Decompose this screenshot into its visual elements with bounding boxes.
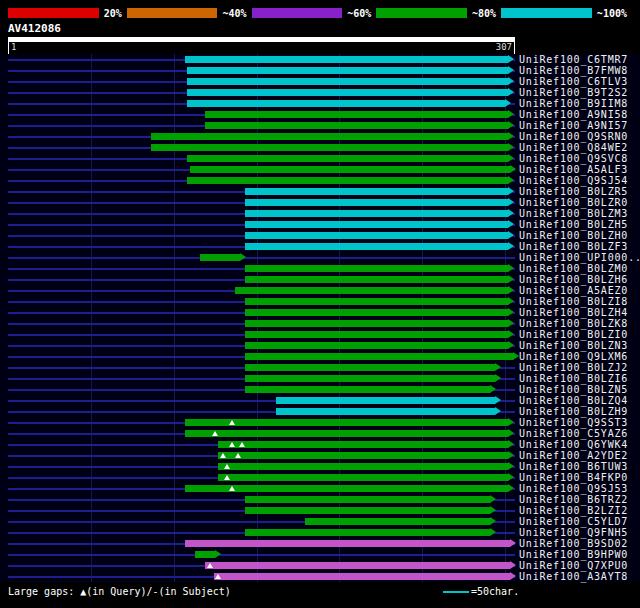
alignment-bar[interactable] bbox=[185, 540, 510, 547]
hit-label[interactable]: UniRef100_B0LZN5 bbox=[519, 384, 628, 395]
hit-label[interactable]: UniRef100_B0LZN3 bbox=[519, 340, 628, 351]
hit-label[interactable]: UniRef100_B0LZM0 bbox=[519, 263, 628, 274]
alignment-bar[interactable] bbox=[218, 463, 508, 470]
alignment-bar[interactable] bbox=[245, 331, 508, 338]
hit-label[interactable]: UniRef100_B6TRZ2 bbox=[519, 494, 628, 505]
alignment-bar[interactable] bbox=[187, 155, 508, 162]
hit-label[interactable]: UniRef100_B0LZH6 bbox=[519, 274, 628, 285]
arrowhead-icon bbox=[508, 77, 514, 85]
alignment-bar[interactable] bbox=[187, 89, 508, 96]
hit-label[interactable]: UniRef100_Q9SVC8 bbox=[519, 153, 628, 164]
hit-label[interactable]: UniRef100_A5AEZ0 bbox=[519, 285, 628, 296]
hit-label[interactable]: UniRef100_B9SD02 bbox=[519, 538, 628, 549]
hit-label[interactable]: UniRef100_B9T2S2 bbox=[519, 87, 628, 98]
alignment-bar[interactable] bbox=[205, 111, 508, 118]
hit-label[interactable]: UniRef100_Q84WE2 bbox=[519, 142, 628, 153]
alignment-bar[interactable] bbox=[235, 287, 508, 294]
alignment-bar[interactable] bbox=[245, 386, 490, 393]
hit-label[interactable]: UniRef100_B0LZR5 bbox=[519, 186, 628, 197]
hit-label[interactable]: UniRef100_B6TUW3 bbox=[519, 461, 628, 472]
alignment-bar[interactable] bbox=[245, 496, 490, 503]
hit-label[interactable]: UniRef100_B0LZI0 bbox=[519, 329, 628, 340]
alignment-bar[interactable] bbox=[187, 100, 505, 107]
hit-label[interactable]: UniRef100_C6TMR7 bbox=[519, 54, 628, 65]
alignment-bar[interactable] bbox=[218, 474, 508, 481]
arrowhead-icon bbox=[510, 572, 516, 580]
hit-label[interactable]: UniRef100_B0LZQ4 bbox=[519, 395, 628, 406]
alignment-bar[interactable] bbox=[187, 67, 508, 74]
hit-label[interactable]: UniRef100_Q9LXM6 bbox=[519, 351, 628, 362]
hit-label[interactable]: UniRef100_B0LZI8 bbox=[519, 296, 628, 307]
hit-label[interactable]: UniRef100_B0LZI6 bbox=[519, 373, 628, 384]
hit-label[interactable]: UniRef100_B9HPW0 bbox=[519, 549, 628, 560]
alignment-row: UniRef100_B6TRZ2 bbox=[0, 494, 640, 505]
hit-label[interactable]: UniRef100_Q9SRN0 bbox=[519, 131, 628, 142]
hit-label[interactable]: UniRef100_C5YAZ6 bbox=[519, 428, 628, 439]
hit-label[interactable]: UniRef100_Q9SJ53 bbox=[519, 483, 628, 494]
alignment-bar[interactable] bbox=[245, 199, 508, 206]
alignment-bar[interactable] bbox=[245, 232, 508, 239]
hit-label[interactable]: UniRef100_B0LZK8 bbox=[519, 318, 628, 329]
alignment-bar[interactable] bbox=[305, 518, 491, 525]
alignment-bar[interactable] bbox=[218, 441, 508, 448]
alignment-bar[interactable] bbox=[245, 276, 508, 283]
alignment-bar[interactable] bbox=[187, 78, 508, 85]
hit-label[interactable]: UniRef100_B0LZR0 bbox=[519, 197, 628, 208]
alignment-bar[interactable] bbox=[205, 122, 508, 129]
alignment-bar[interactable] bbox=[245, 375, 495, 382]
hit-label[interactable]: UniRef100_A9NI57 bbox=[519, 120, 628, 131]
hit-label[interactable]: UniRef100_B0LZH9 bbox=[519, 406, 628, 417]
alignment-bar[interactable] bbox=[245, 342, 508, 349]
alignment-bar[interactable] bbox=[245, 529, 490, 536]
hit-label[interactable]: UniRef100_Q9SJ54 bbox=[519, 175, 628, 186]
hit-label[interactable]: UniRef100_B9IIM8 bbox=[519, 98, 628, 109]
alignment-bar[interactable] bbox=[245, 243, 508, 250]
hit-label[interactable]: UniRef100_A2YDE2 bbox=[519, 450, 628, 461]
hit-label[interactable]: UniRef100_Q7XPU0 bbox=[519, 560, 628, 571]
alignment-bar[interactable] bbox=[245, 221, 508, 228]
hit-label[interactable]: UniRef100_A9NI58 bbox=[519, 109, 628, 120]
alignment-bar[interactable] bbox=[151, 144, 509, 151]
alignment-bar[interactable] bbox=[205, 562, 510, 569]
alignment-bar[interactable] bbox=[245, 353, 513, 360]
alignment-bar[interactable] bbox=[245, 364, 495, 371]
alignment-bar[interactable] bbox=[187, 177, 508, 184]
alignment-bar[interactable] bbox=[151, 133, 509, 140]
hit-label[interactable]: UniRef100_B0LZJ2 bbox=[519, 362, 628, 373]
alignment-bar[interactable] bbox=[245, 507, 490, 514]
alignment-bar[interactable] bbox=[195, 551, 215, 558]
hit-label[interactable]: UniRef100_B4FKP0 bbox=[519, 472, 628, 483]
hit-label[interactable]: UniRef100_C6TLV3 bbox=[519, 76, 628, 87]
hit-label[interactable]: UniRef100_C5YLD7 bbox=[519, 516, 628, 527]
hit-label[interactable]: UniRef100_B7FMW8 bbox=[519, 65, 628, 76]
hit-label[interactable]: UniRef100_Q9FNH5 bbox=[519, 527, 628, 538]
alignment-bar[interactable] bbox=[245, 309, 508, 316]
alignment-bar[interactable] bbox=[245, 298, 508, 305]
hit-label[interactable]: UniRef100_B0LZM3 bbox=[519, 208, 628, 219]
hit-label[interactable]: UniRef100_B0LZH5 bbox=[519, 219, 628, 230]
alignment-bar[interactable] bbox=[218, 452, 508, 459]
alignment-bar[interactable] bbox=[245, 210, 508, 217]
hit-label[interactable]: UniRef100_B0LZH4 bbox=[519, 307, 628, 318]
alignment-bar[interactable] bbox=[276, 408, 495, 415]
hit-label[interactable]: UniRef100_B0LZF3 bbox=[519, 241, 628, 252]
gap-marker-icon bbox=[212, 431, 218, 436]
hit-label[interactable]: UniRef100_Q6YWK4 bbox=[519, 439, 628, 450]
alignment-bar[interactable] bbox=[185, 430, 508, 437]
alignment-bar[interactable] bbox=[245, 320, 508, 327]
alignment-bar[interactable] bbox=[276, 397, 495, 404]
hit-label[interactable]: UniRef100_UPI000... bbox=[519, 252, 640, 263]
hit-label[interactable]: UniRef100_A3AYT8 bbox=[519, 571, 628, 582]
hit-label[interactable]: UniRef100_A5ALF3 bbox=[519, 164, 628, 175]
hit-label[interactable]: UniRef100_Q9SST3 bbox=[519, 417, 628, 428]
alignment-bar[interactable] bbox=[245, 265, 508, 272]
hit-label[interactable]: UniRef100_B2LZI2 bbox=[519, 505, 628, 516]
gap-marker-icon bbox=[220, 453, 226, 458]
alignment-row: UniRef100_A9NI58 bbox=[0, 109, 640, 120]
alignment-bar[interactable] bbox=[245, 188, 508, 195]
alignment-bar[interactable] bbox=[200, 254, 240, 261]
alignment-bar[interactable] bbox=[185, 56, 508, 63]
alignment-bar[interactable] bbox=[214, 573, 511, 580]
hit-label[interactable]: UniRef100_B0LZH0 bbox=[519, 230, 628, 241]
alignment-bar[interactable] bbox=[190, 166, 510, 173]
